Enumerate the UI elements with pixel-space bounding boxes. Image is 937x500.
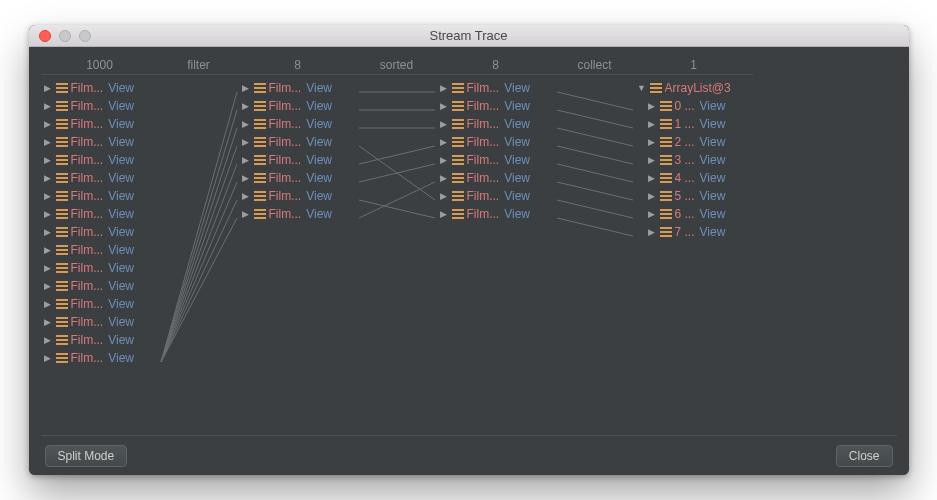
view-link[interactable]: View [700,171,726,185]
zoom-window-icon[interactable] [79,30,91,42]
list-item[interactable]: ▶Film...View [41,277,159,295]
list-item[interactable]: ▶Film...View [41,151,159,169]
split-mode-button[interactable]: Split Mode [45,445,128,467]
view-link[interactable]: View [306,171,332,185]
view-link[interactable]: View [306,135,332,149]
view-link[interactable]: View [108,171,134,185]
chevron-right-icon[interactable]: ▶ [43,209,53,219]
view-link[interactable]: View [108,117,134,131]
list-item[interactable]: ▶Film...View [239,169,357,187]
list-item[interactable]: ▶Film...View [437,169,555,187]
list-item[interactable]: ▶Film...View [41,115,159,133]
list-item[interactable]: ▶Film...View [239,97,357,115]
view-link[interactable]: View [108,279,134,293]
list-item[interactable]: ▶5 ...View [635,187,753,205]
list-item[interactable]: ▶Film...View [41,133,159,151]
view-link[interactable]: View [504,207,530,221]
view-link[interactable]: View [108,225,134,239]
list-item[interactable]: ▶Film...View [239,151,357,169]
list-item[interactable]: ▶Film...View [41,97,159,115]
view-link[interactable]: View [108,297,134,311]
chevron-right-icon[interactable]: ▶ [647,101,657,111]
chevron-right-icon[interactable]: ▶ [43,335,53,345]
chevron-right-icon[interactable]: ▶ [43,281,53,291]
view-link[interactable]: View [108,81,134,95]
list-item[interactable]: ▶Film...View [437,151,555,169]
chevron-right-icon[interactable]: ▶ [241,155,251,165]
view-link[interactable]: View [504,81,530,95]
list-item[interactable]: ▶Film...View [41,223,159,241]
chevron-right-icon[interactable]: ▶ [439,101,449,111]
view-link[interactable]: View [504,117,530,131]
chevron-right-icon[interactable]: ▶ [241,101,251,111]
chevron-right-icon[interactable]: ▶ [241,137,251,147]
view-link[interactable]: View [306,81,332,95]
list-item[interactable]: ▶Film...View [239,187,357,205]
list-item[interactable]: ▶Film...View [437,97,555,115]
chevron-right-icon[interactable]: ▶ [439,191,449,201]
view-link[interactable]: View [306,153,332,167]
chevron-right-icon[interactable]: ▶ [43,101,53,111]
chevron-right-icon[interactable]: ▶ [647,173,657,183]
view-link[interactable]: View [700,207,726,221]
view-link[interactable]: View [108,207,134,221]
list-item[interactable]: ▶Film...View [41,241,159,259]
chevron-right-icon[interactable]: ▶ [647,209,657,219]
chevron-right-icon[interactable]: ▶ [241,83,251,93]
list-item[interactable]: ▶1 ...View [635,115,753,133]
close-button[interactable]: Close [836,445,893,467]
list-item[interactable]: ▶Film...View [437,187,555,205]
close-window-icon[interactable] [39,30,51,42]
chevron-right-icon[interactable]: ▶ [439,119,449,129]
list-item[interactable]: ▶Film...View [239,133,357,151]
view-link[interactable]: View [700,117,726,131]
list-item[interactable]: ▶3 ...View [635,151,753,169]
chevron-right-icon[interactable]: ▶ [439,83,449,93]
list-item[interactable]: ▶Film...View [41,349,159,367]
chevron-right-icon[interactable]: ▶ [43,191,53,201]
view-link[interactable]: View [306,189,332,203]
list-item[interactable]: ▶Film...View [239,115,357,133]
view-link[interactable]: View [700,153,726,167]
chevron-right-icon[interactable]: ▶ [43,245,53,255]
view-link[interactable]: View [504,153,530,167]
list-item[interactable]: ▶4 ...View [635,169,753,187]
view-link[interactable]: View [700,189,726,203]
chevron-right-icon[interactable]: ▶ [647,137,657,147]
chevron-right-icon[interactable]: ▶ [43,155,53,165]
chevron-right-icon[interactable]: ▶ [241,173,251,183]
view-link[interactable]: View [700,99,726,113]
chevron-right-icon[interactable]: ▶ [241,209,251,219]
view-link[interactable]: View [700,225,726,239]
view-link[interactable]: View [504,135,530,149]
view-link[interactable]: View [108,333,134,347]
list-item[interactable]: ▶0 ...View [635,97,753,115]
chevron-right-icon[interactable]: ▶ [43,353,53,363]
list-item[interactable]: ▶Film...View [41,313,159,331]
view-link[interactable]: View [306,99,332,113]
view-link[interactable]: View [108,135,134,149]
chevron-right-icon[interactable]: ▶ [43,227,53,237]
chevron-right-icon[interactable]: ▶ [647,119,657,129]
list-item[interactable]: ▶Film...View [239,205,357,223]
list-item[interactable]: ▶Film...View [437,79,555,97]
chevron-right-icon[interactable]: ▶ [241,119,251,129]
view-link[interactable]: View [504,189,530,203]
list-item[interactable]: ▶6 ...View [635,205,753,223]
chevron-right-icon[interactable]: ▶ [43,299,53,309]
chevron-right-icon[interactable]: ▶ [647,191,657,201]
chevron-right-icon[interactable]: ▶ [439,155,449,165]
view-link[interactable]: View [108,261,134,275]
chevron-right-icon[interactable]: ▶ [43,317,53,327]
minimize-window-icon[interactable] [59,30,71,42]
list-item[interactable]: ▶2 ...View [635,133,753,151]
chevron-right-icon[interactable]: ▶ [43,173,53,183]
view-link[interactable]: View [108,315,134,329]
list-item[interactable]: ▶Film...View [437,205,555,223]
view-link[interactable]: View [504,171,530,185]
list-item[interactable]: ▶Film...View [41,187,159,205]
list-item[interactable]: ▶7 ...View [635,223,753,241]
list-item[interactable]: ▶Film...View [41,331,159,349]
view-link[interactable]: View [306,207,332,221]
chevron-right-icon[interactable]: ▶ [43,137,53,147]
